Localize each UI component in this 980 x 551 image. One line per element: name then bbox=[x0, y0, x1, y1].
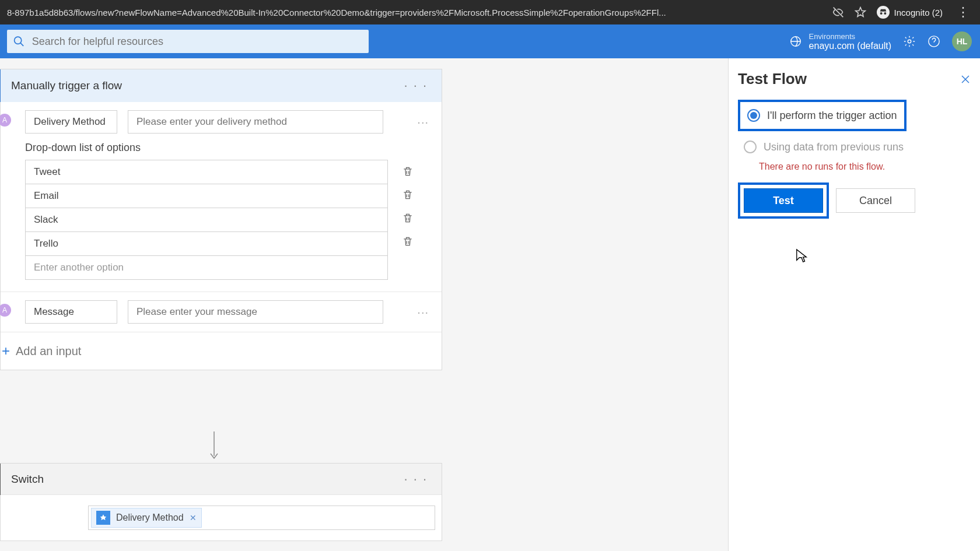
param-type-icon: A bbox=[0, 114, 11, 127]
radio-previous-runs[interactable]: Using data from previous runs bbox=[738, 135, 971, 159]
param-delivery-method: A Delivery Method ··· bbox=[1, 102, 442, 142]
dropdown-section: Drop-down list of options Tweet Email Sl… bbox=[1, 142, 442, 292]
field-label[interactable]: Delivery Method bbox=[25, 110, 117, 134]
field-label[interactable]: Message bbox=[25, 300, 117, 324]
token-icon bbox=[96, 511, 110, 525]
switch-body: Delivery Method ✕ bbox=[1, 495, 442, 541]
url-text: 8-897b1a5d8b63/flows/new?newFlowName=Adv… bbox=[7, 8, 824, 17]
no-runs-message: There are no runs for this flow. bbox=[759, 162, 971, 172]
switch-header[interactable]: Switch · · · bbox=[1, 464, 442, 495]
trigger-card: Manually trigger a flow · · · A Delivery… bbox=[0, 69, 442, 370]
add-input-button[interactable]: + Add an input bbox=[1, 332, 442, 370]
dropdown-label: Drop-down list of options bbox=[25, 142, 417, 154]
cancel-button[interactable]: Cancel bbox=[836, 188, 915, 213]
test-button[interactable]: Test bbox=[744, 188, 823, 213]
dropdown-option[interactable]: Trello bbox=[26, 232, 387, 256]
dynamic-token[interactable]: Delivery Method ✕ bbox=[91, 508, 202, 528]
incognito-icon bbox=[877, 6, 890, 19]
close-icon[interactable] bbox=[960, 74, 971, 85]
radio-label: I'll perform the trigger action bbox=[767, 110, 897, 122]
env-label: Environments bbox=[809, 32, 891, 41]
trigger-header[interactable]: Manually trigger a flow · · · bbox=[1, 69, 442, 102]
environment-icon bbox=[789, 35, 802, 48]
switch-icon bbox=[0, 464, 1, 495]
svg-point-0 bbox=[15, 37, 22, 44]
trigger-icon bbox=[0, 69, 1, 102]
test-options: I'll perform the trigger action Using da… bbox=[738, 100, 971, 172]
test-flow-panel: Test Flow I'll perform the trigger actio… bbox=[728, 58, 980, 551]
delete-option-button[interactable] bbox=[388, 183, 417, 206]
token-label: Delivery Method bbox=[116, 513, 184, 523]
switch-on-input[interactable]: Delivery Method ✕ bbox=[88, 506, 435, 530]
header-right: Environments enayu.com (default) HL bbox=[789, 31, 980, 51]
add-input-label: Add an input bbox=[16, 345, 81, 358]
switch-menu-icon[interactable]: · · · bbox=[400, 469, 431, 489]
svg-line-1 bbox=[20, 43, 23, 46]
flow-canvas: Manually trigger a flow · · · A Delivery… bbox=[0, 58, 980, 551]
search-box[interactable] bbox=[7, 30, 369, 53]
star-icon[interactable] bbox=[855, 6, 866, 18]
delete-option-button[interactable] bbox=[388, 160, 417, 183]
param-menu-icon[interactable]: ··· bbox=[417, 306, 429, 319]
radio-icon bbox=[747, 109, 760, 122]
eye-off-icon[interactable] bbox=[832, 6, 844, 18]
switch-card: Switch · · · Delivery Method ✕ bbox=[0, 463, 442, 541]
radio-perform-trigger[interactable]: I'll perform the trigger action bbox=[741, 103, 903, 128]
gear-icon[interactable] bbox=[903, 35, 916, 48]
radio-icon bbox=[744, 141, 757, 153]
trigger-menu-icon[interactable]: · · · bbox=[400, 76, 431, 96]
incognito-badge[interactable]: Incognito (2) bbox=[877, 6, 943, 19]
dropdown-list: Tweet Email Slack Trello Enter another o… bbox=[25, 160, 388, 280]
highlight-test-button: Test bbox=[738, 183, 829, 219]
browser-menu-icon[interactable]: ⋮ bbox=[953, 5, 973, 20]
param-type-icon: A bbox=[0, 304, 11, 317]
switch-title: Switch bbox=[11, 473, 400, 486]
param-message: A Message ··· bbox=[1, 292, 442, 332]
flow-connector-arrow bbox=[207, 431, 221, 463]
environment-selector[interactable]: Environments enayu.com (default) bbox=[789, 32, 891, 51]
delivery-method-input[interactable] bbox=[128, 110, 383, 134]
param-menu-icon[interactable]: ··· bbox=[417, 115, 429, 129]
browser-controls: Incognito (2) ⋮ bbox=[832, 5, 973, 20]
search-icon bbox=[13, 35, 25, 48]
plus-icon: + bbox=[2, 343, 10, 359]
dropdown-add-option[interactable]: Enter another option bbox=[26, 256, 387, 279]
radio-label: Using data from previous runs bbox=[764, 141, 904, 153]
message-input[interactable] bbox=[128, 300, 383, 324]
highlight-selected: I'll perform the trigger action bbox=[738, 100, 907, 131]
delete-option-button[interactable] bbox=[388, 230, 417, 253]
panel-title: Test Flow bbox=[738, 70, 807, 88]
mouse-cursor-icon bbox=[795, 248, 808, 266]
avatar[interactable]: HL bbox=[952, 31, 972, 51]
search-input[interactable] bbox=[32, 36, 363, 48]
token-remove-icon[interactable]: ✕ bbox=[190, 513, 197, 522]
env-value: enayu.com (default) bbox=[809, 41, 891, 51]
svg-point-3 bbox=[908, 40, 911, 43]
browser-address-bar: 8-897b1a5d8b63/flows/new?newFlowName=Adv… bbox=[0, 0, 980, 24]
dropdown-option[interactable]: Tweet bbox=[26, 160, 387, 184]
dropdown-option[interactable]: Slack bbox=[26, 208, 387, 232]
trigger-title: Manually trigger a flow bbox=[11, 79, 400, 92]
help-icon[interactable] bbox=[928, 35, 940, 48]
app-header: Environments enayu.com (default) HL bbox=[0, 24, 980, 58]
dropdown-option[interactable]: Email bbox=[26, 184, 387, 208]
delete-option-button[interactable] bbox=[388, 206, 417, 230]
incognito-label: Incognito (2) bbox=[894, 8, 943, 17]
